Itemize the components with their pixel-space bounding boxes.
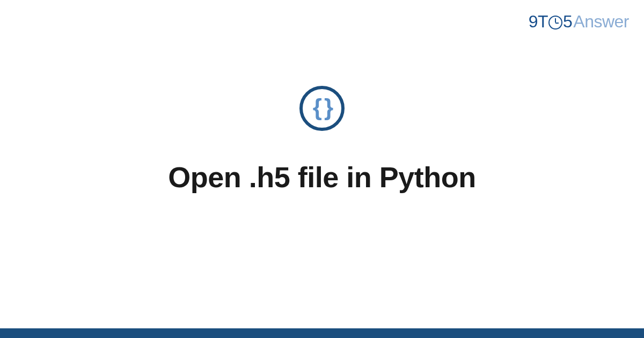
code-badge-icon: { } xyxy=(299,86,345,131)
page-title: Open .h5 file in Python xyxy=(168,160,476,194)
footer-accent-bar xyxy=(0,328,644,338)
braces-icon: { } xyxy=(313,95,331,119)
main-content: { } Open .h5 file in Python xyxy=(0,0,644,338)
